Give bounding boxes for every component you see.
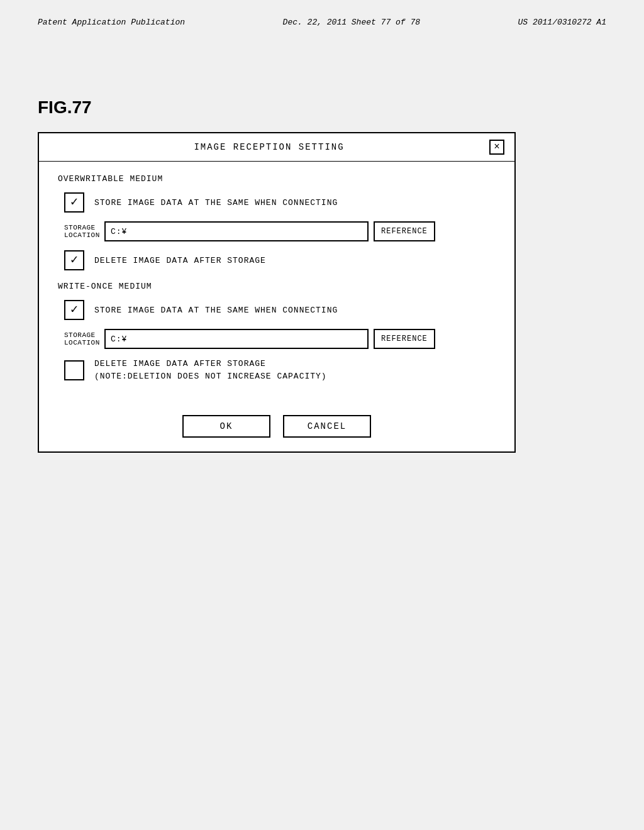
write-once-storage-label1: STORAGE <box>64 331 102 339</box>
write-once-store-checkmark: ✓ <box>70 304 78 316</box>
dialog-title: IMAGE RECEPTION SETTING <box>49 142 489 152</box>
overwritable-storage-row: STORAGE LOCATION REFERENCE <box>64 221 496 241</box>
header-middle: Dec. 22, 2011 Sheet 77 of 78 <box>283 18 420 27</box>
write-once-delete-label: DELETE IMAGE DATA AFTER STORAGE <box>94 358 327 370</box>
write-once-delete-label-group: DELETE IMAGE DATA AFTER STORAGE (NOTE:DE… <box>94 358 327 382</box>
overwritable-store-row: ✓ STORE IMAGE DATA AT THE SAME WHEN CONN… <box>64 192 496 213</box>
figure-label: FIG.77 <box>38 97 92 118</box>
overwritable-store-checkmark: ✓ <box>70 196 78 209</box>
overwritable-delete-checkmark: ✓ <box>70 254 78 267</box>
overwritable-storage-label-group: STORAGE LOCATION <box>64 224 102 239</box>
write-once-store-label: STORE IMAGE DATA AT THE SAME WHEN CONNEC… <box>94 306 338 315</box>
write-once-reference-button[interactable]: REFERENCE <box>374 329 435 349</box>
write-once-storage-input[interactable] <box>104 329 369 349</box>
overwritable-delete-checkbox[interactable]: ✓ <box>64 250 84 270</box>
write-once-delete-checkbox[interactable] <box>64 360 84 380</box>
overwritable-reference-button[interactable]: REFERENCE <box>374 221 435 241</box>
dialog: IMAGE RECEPTION SETTING × OVERWRITABLE M… <box>38 132 516 453</box>
overwritable-section-label: OVERWRITABLE MEDIUM <box>58 174 496 184</box>
overwritable-delete-row: ✓ DELETE IMAGE DATA AFTER STORAGE <box>64 250 496 270</box>
overwritable-storage-label2: LOCATION <box>64 231 102 239</box>
header-right: US 2011/0310272 A1 <box>518 18 606 27</box>
overwritable-storage-label1: STORAGE <box>64 224 102 231</box>
section-divider: WRITE-ONCE MEDIUM <box>58 282 496 291</box>
write-once-delete-row: DELETE IMAGE DATA AFTER STORAGE (NOTE:DE… <box>64 358 496 382</box>
write-once-storage-label-group: STORAGE LOCATION <box>64 331 102 346</box>
page-header: Patent Application Publication Dec. 22, … <box>0 0 644 33</box>
write-once-storage-label2: LOCATION <box>64 339 102 346</box>
write-once-delete-note: (NOTE:DELETION DOES NOT INCREASE CAPACIT… <box>94 370 327 383</box>
overwritable-store-checkbox[interactable]: ✓ <box>64 192 84 213</box>
overwritable-delete-label: DELETE IMAGE DATA AFTER STORAGE <box>94 256 266 265</box>
ok-button[interactable]: OK <box>182 415 270 438</box>
header-left: Patent Application Publication <box>38 18 185 27</box>
write-once-store-checkbox[interactable]: ✓ <box>64 300 84 320</box>
dialog-footer: OK CANCEL <box>39 404 514 451</box>
overwritable-store-label: STORE IMAGE DATA AT THE SAME WHEN CONNEC… <box>94 198 338 208</box>
close-button[interactable]: × <box>489 140 504 155</box>
dialog-titlebar: IMAGE RECEPTION SETTING × <box>39 133 514 162</box>
overwritable-storage-input[interactable] <box>104 221 369 241</box>
cancel-button[interactable]: CANCEL <box>283 415 371 438</box>
write-once-section-label: WRITE-ONCE MEDIUM <box>58 282 496 291</box>
dialog-body: OVERWRITABLE MEDIUM ✓ STORE IMAGE DATA A… <box>39 162 514 404</box>
write-once-store-row: ✓ STORE IMAGE DATA AT THE SAME WHEN CONN… <box>64 300 496 320</box>
write-once-storage-row: STORAGE LOCATION REFERENCE <box>64 329 496 349</box>
